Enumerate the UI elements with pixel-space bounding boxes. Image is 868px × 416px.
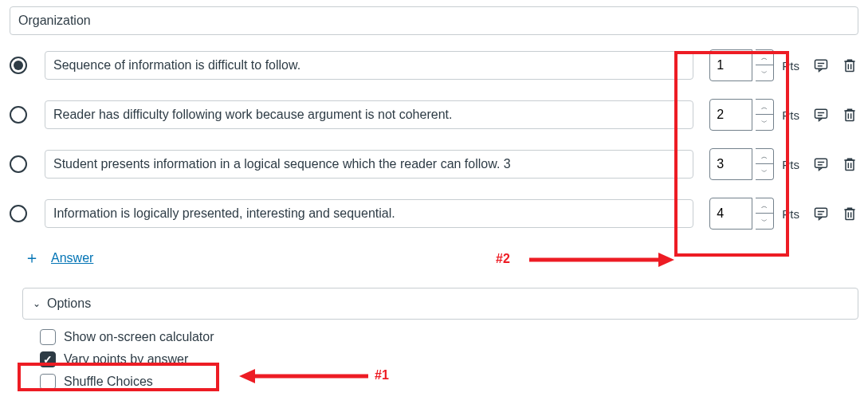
svg-rect-12 [815, 159, 827, 167]
points-decrement[interactable]: ﹀ [756, 214, 773, 229]
pts-label: Pts [782, 59, 799, 73]
svg-rect-15 [846, 160, 854, 171]
points-input[interactable] [709, 49, 752, 81]
shuffle-label: Shuffle Choices [64, 375, 153, 389]
svg-rect-3 [846, 61, 854, 72]
points-group: ︿﹀Pts [709, 148, 803, 180]
row-actions [812, 106, 858, 124]
plus-icon[interactable]: ＋ [24, 247, 40, 269]
options-toggle[interactable]: ⌄ Options [22, 288, 858, 320]
svg-rect-6 [815, 109, 827, 118]
points-input[interactable] [709, 148, 752, 180]
choice-text-input[interactable] [45, 100, 693, 129]
vary-points-label: Vary points by answer [64, 352, 188, 367]
row-actions [812, 205, 858, 222]
comment-icon[interactable] [812, 57, 830, 74]
points-increment[interactable]: ︿ [756, 50, 773, 65]
choice-radio[interactable] [10, 57, 27, 74]
points-increment[interactable]: ︿ [756, 149, 773, 164]
points-decrement[interactable]: ﹀ [756, 65, 773, 80]
choice-row: ︿﹀Pts [10, 99, 858, 131]
row-actions [812, 155, 858, 173]
comment-icon[interactable] [812, 155, 830, 173]
choice-radio[interactable] [10, 106, 27, 124]
row-actions [812, 57, 858, 74]
points-spinner: ︿﹀ [756, 99, 774, 131]
points-spinner: ︿﹀ [756, 198, 774, 230]
points-decrement[interactable]: ﹀ [756, 115, 773, 130]
pts-label: Pts [782, 207, 799, 221]
points-spinner: ︿﹀ [756, 148, 774, 180]
choice-radio[interactable] [10, 155, 27, 173]
choice-row: ︿﹀Pts [10, 49, 858, 81]
comment-icon[interactable] [812, 106, 830, 124]
trash-icon[interactable] [841, 106, 858, 124]
shuffle-checkbox[interactable] [40, 374, 56, 390]
points-input[interactable] [709, 198, 752, 230]
choice-radio[interactable] [10, 205, 27, 222]
choice-text-input[interactable] [45, 199, 693, 228]
points-increment[interactable]: ︿ [756, 100, 773, 115]
choice-text-input[interactable] [45, 150, 693, 179]
svg-rect-21 [846, 210, 854, 220]
trash-icon[interactable] [841, 57, 858, 74]
options-list: Show on-screen calculator Vary points by… [40, 329, 858, 390]
points-group: ︿﹀Pts [709, 99, 803, 131]
svg-rect-0 [815, 60, 827, 69]
options-header-label: Options [47, 296, 91, 311]
add-answer-link[interactable]: Answer [51, 251, 93, 265]
choice-text-input[interactable] [45, 51, 693, 80]
choice-row: ︿﹀Pts [10, 148, 858, 180]
trash-icon[interactable] [841, 155, 858, 173]
svg-rect-18 [815, 208, 827, 217]
chevron-down-icon: ⌄ [33, 298, 41, 309]
points-group: ︿﹀Pts [709, 49, 803, 81]
choice-row: ︿﹀Pts [10, 198, 858, 230]
add-answer-row: ＋ Answer [24, 247, 858, 269]
comment-icon[interactable] [812, 205, 830, 222]
points-increment[interactable]: ︿ [756, 198, 773, 214]
calculator-checkbox[interactable] [40, 329, 56, 345]
pts-label: Pts [782, 108, 799, 122]
points-input[interactable] [709, 99, 752, 131]
points-group: ︿﹀Pts [709, 198, 803, 230]
vary-points-checkbox[interactable] [40, 351, 56, 367]
calculator-label: Show on-screen calculator [64, 330, 214, 344]
points-spinner: ︿﹀ [756, 49, 774, 81]
points-decrement[interactable]: ﹀ [756, 164, 773, 179]
svg-rect-9 [846, 111, 854, 121]
pts-label: Pts [782, 158, 799, 171]
question-title-input[interactable] [10, 6, 858, 35]
trash-icon[interactable] [841, 205, 858, 222]
